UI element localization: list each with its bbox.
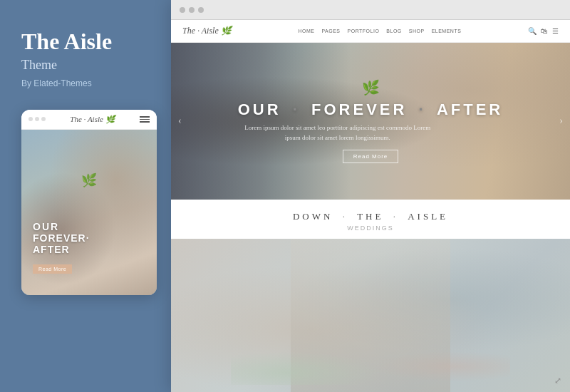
mobile-mockup: The · Aisle 🌿 🌿 OUR FOREVER· AFTER Read … xyxy=(21,110,157,295)
expand-icon[interactable]: ⤢ xyxy=(554,376,561,386)
menu-icon[interactable]: ☰ xyxy=(552,27,559,35)
desktop-dots xyxy=(180,7,204,13)
nav-link-portfolio[interactable]: PORTFOLIO xyxy=(348,29,380,33)
hero-dot-1: · xyxy=(293,100,300,118)
dot-3 xyxy=(41,117,46,121)
gallery-flowers xyxy=(231,324,510,385)
hamburger-icon xyxy=(140,116,150,123)
desktop-window-bar xyxy=(171,0,570,20)
section-dot-1: · xyxy=(343,211,353,222)
left-panel: The Aisle Theme By Elated-Themes The · A… xyxy=(0,0,171,392)
desktop-nav-links: HOME PAGES PORTFOLIO BLOG SHOP ELEMENTS xyxy=(298,29,461,33)
mobile-read-more-button[interactable]: Read More xyxy=(33,264,72,274)
desktop-nav: The · Aisle 🌿 HOME PAGES PORTFOLIO BLOG … xyxy=(171,20,570,43)
desktop-nav-icons: 🔍 🛍 ☰ xyxy=(528,27,559,35)
desktop-read-more-button[interactable]: Read More xyxy=(343,150,399,163)
desktop-nav-logo: The · Aisle 🌿 xyxy=(182,26,232,36)
desktop-gallery: ⤢ xyxy=(171,239,570,392)
subtitle-text: Theme xyxy=(21,58,150,73)
hero-title-after: AFTER xyxy=(437,100,503,118)
hero-line-2: FOREVER· xyxy=(33,232,157,244)
nav-link-blog[interactable]: BLOG xyxy=(386,29,401,33)
search-icon[interactable]: 🔍 xyxy=(528,27,537,35)
section-title-down: DOWN xyxy=(293,211,333,222)
section-dot-2: · xyxy=(393,211,404,222)
author-text: By Elated-Themes xyxy=(21,78,150,88)
desktop-dot-2 xyxy=(189,7,195,13)
mobile-dots xyxy=(28,117,46,121)
leaf-icon: 🌿 xyxy=(81,172,97,188)
hero-line-1: OUR xyxy=(33,221,157,232)
hero-line-3: AFTER xyxy=(33,244,157,255)
cart-icon[interactable]: 🛍 xyxy=(541,27,548,35)
desktop-dot-3 xyxy=(198,7,204,13)
dot-1 xyxy=(28,117,33,121)
nav-link-pages[interactable]: PAGES xyxy=(321,29,340,33)
section-title-the: THE xyxy=(357,211,383,222)
title-text: The Aisle xyxy=(21,29,150,55)
mobile-top-bar: The · Aisle 🌿 xyxy=(21,110,157,130)
mobile-hero: 🌿 OUR FOREVER· AFTER Read More xyxy=(21,130,157,295)
desktop-site: The · Aisle 🌿 HOME PAGES PORTFOLIO BLOG … xyxy=(171,20,570,392)
dot-2 xyxy=(35,117,39,121)
desktop-hero: ‹ 🌿 OUR · FOREVER · AFTER Lorem ipsum do… xyxy=(171,43,570,200)
hero-leaf-icon: 🌿 xyxy=(238,79,504,96)
desktop-hero-content: 🌿 OUR · FOREVER · AFTER Lorem ipsum dolo… xyxy=(238,79,504,163)
menu-line xyxy=(140,116,150,118)
menu-line xyxy=(140,121,150,123)
hero-title-our: OUR xyxy=(238,100,281,118)
section-title-aisle: AISLE xyxy=(408,211,448,222)
nav-link-elements[interactable]: ELEMENTS xyxy=(432,29,462,33)
desktop-section-header: DOWN · THE · AISLE Weddings xyxy=(171,200,570,239)
mobile-logo: The · Aisle 🌿 xyxy=(70,115,115,124)
next-arrow-icon[interactable]: › xyxy=(559,115,563,127)
section-subtitle: Weddings xyxy=(185,225,556,232)
theme-title: The Aisle Theme By Elated-Themes xyxy=(21,29,150,110)
right-panel: The · Aisle 🌿 HOME PAGES PORTFOLIO BLOG … xyxy=(171,0,570,392)
section-title: DOWN · THE · AISLE xyxy=(185,211,556,222)
hero-title-forever: FOREVER xyxy=(311,100,407,118)
prev-arrow-icon[interactable]: ‹ xyxy=(178,115,182,127)
desktop-dot-1 xyxy=(180,7,185,13)
nav-link-shop[interactable]: SHOP xyxy=(409,29,425,33)
desktop-hero-subtitle: Lorem ipsum dolor sit amet leo porttitor… xyxy=(238,123,437,143)
desktop-hero-title: OUR · FOREVER · AFTER xyxy=(238,100,504,119)
hero-dot-2: · xyxy=(419,100,426,118)
nav-link-home[interactable]: HOME xyxy=(298,29,314,33)
mobile-hero-text: OUR FOREVER· AFTER Read More xyxy=(21,221,157,274)
menu-line xyxy=(140,119,150,120)
